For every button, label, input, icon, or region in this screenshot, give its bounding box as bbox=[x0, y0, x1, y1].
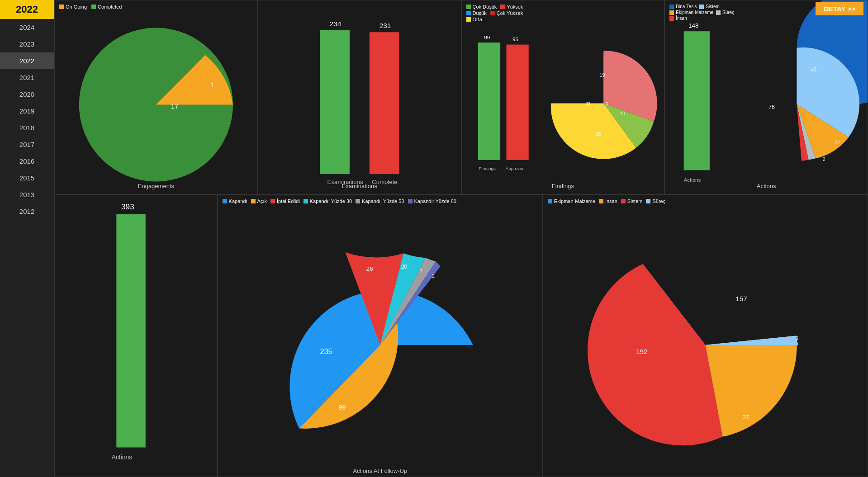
sidebar-item-2013[interactable]: 2013 bbox=[0, 186, 54, 203]
actions-top-xlabel: Actions bbox=[684, 177, 701, 183]
sidebar-item-2020[interactable]: 2020 bbox=[0, 86, 54, 103]
legend-kapandi: Kapandı bbox=[223, 198, 247, 204]
legend-bina-tesis: Bina-Tesis bbox=[669, 4, 697, 9]
exam-pie-235: 235 bbox=[320, 347, 332, 355]
complete-bar bbox=[370, 32, 399, 174]
actions-top-svg: 148 Actions 76 41 27 2 bbox=[665, 0, 868, 194]
top-charts-row: On Going Completed 17 1 Engagements bbox=[54, 0, 868, 194]
legend-orta: Orta bbox=[466, 17, 523, 22]
examinations-bottom-svg: 235 99 26 20 7 2 bbox=[218, 195, 542, 477]
cok-yuksek-label: Çok Yüksek bbox=[497, 10, 523, 16]
legend-ongoing-label: On Going bbox=[66, 4, 87, 9]
actions-pie-2a: 2 bbox=[823, 157, 825, 162]
surec-bottom-label: Süreç bbox=[652, 198, 665, 204]
findings-pie-25: 25 bbox=[595, 131, 601, 137]
followup-ekipman-slice bbox=[588, 264, 723, 446]
legend-kapandi50: Kapandı: Yüzde 50 bbox=[356, 198, 404, 204]
legend-yuksek: Yüksek bbox=[500, 4, 523, 9]
exam-pie-99: 99 bbox=[338, 404, 346, 411]
actions-top-title: Actions bbox=[665, 183, 868, 189]
ekipman-bottom-label: Ekipman-Malzeme bbox=[554, 198, 595, 204]
followup-pie-37: 37 bbox=[742, 414, 749, 420]
insan-bottom-label: İnsan bbox=[605, 198, 617, 204]
acik-label: Açık bbox=[257, 198, 267, 204]
followup-pie-1: 1 bbox=[796, 335, 798, 340]
sidebar-item-2016[interactable]: 2016 bbox=[0, 153, 54, 170]
pie-label-1: 1 bbox=[211, 81, 215, 89]
exam-pie-20: 20 bbox=[401, 264, 407, 270]
examinations-bottom-panel: Kapandı Açık İptal Edildi Kapandı: Yüzde… bbox=[218, 194, 543, 477]
actions-bottom-bar-val: 393 bbox=[121, 202, 134, 211]
legend-cok-yuksek: Çok Yüksek bbox=[490, 10, 523, 16]
legend-surec-top: Süreç bbox=[716, 10, 734, 15]
legend-insan-bottom: İnsan bbox=[599, 198, 617, 204]
sidebar-item-2012[interactable]: 2012 bbox=[0, 203, 54, 220]
sidebar-item-2021[interactable]: 2021 bbox=[0, 69, 54, 86]
sistem-bottom-dot bbox=[621, 199, 626, 203]
orta-label: Orta bbox=[473, 17, 482, 22]
ongoing-dot bbox=[59, 5, 64, 9]
findings-svg: 99 95 Findings Approved 19 bbox=[462, 0, 664, 194]
insan-top-label: İnsan bbox=[676, 16, 687, 21]
followup-legend: Ekipman-Malzeme İnsan Sistem Süreç bbox=[548, 198, 665, 204]
sidebar-item-2017[interactable]: 2017 bbox=[0, 136, 54, 153]
followup-panel: Ekipman-Malzeme İnsan Sistem Süreç bbox=[543, 194, 868, 477]
sidebar-year-title[interactable]: 2022 bbox=[0, 0, 54, 19]
sidebar-item-2018[interactable]: 2018 bbox=[0, 119, 54, 136]
sidebar-item-2019[interactable]: 2019 bbox=[0, 103, 54, 119]
insan-bottom-dot bbox=[599, 199, 603, 203]
actions-bottom-panel: 393 Actions bbox=[54, 194, 218, 477]
legend-dusuk: Düşük bbox=[466, 10, 487, 16]
legend-completed: Completed bbox=[91, 4, 122, 9]
ekipman-dot bbox=[669, 10, 674, 15]
pie-bg bbox=[79, 28, 233, 181]
ekipman-bottom-dot bbox=[548, 199, 552, 203]
cok-dusuk-dot bbox=[466, 5, 471, 9]
findings-title: Findings bbox=[462, 183, 664, 189]
engagements-panel: On Going Completed 17 1 Engagements bbox=[54, 0, 258, 194]
sidebar-item-2015[interactable]: 2015 bbox=[0, 170, 54, 186]
kapandi30-label: Kapandı: Yüzde 30 bbox=[310, 198, 352, 204]
dusuk-dot bbox=[466, 11, 471, 15]
followup-pie-192: 192 bbox=[636, 348, 648, 355]
exam-pie-26: 26 bbox=[366, 265, 373, 272]
kapandi-dot bbox=[223, 199, 227, 203]
surec-top-label: Süreç bbox=[722, 10, 734, 15]
insan-top-dot bbox=[669, 16, 674, 21]
legend-completed-label: Completed bbox=[98, 4, 122, 9]
detay-button[interactable]: DETAY >> bbox=[816, 2, 863, 15]
approved-xlabel: Approved bbox=[505, 166, 524, 171]
exam-pie-2: 2 bbox=[432, 274, 435, 279]
legend-sistem-bottom: Sistem bbox=[621, 198, 643, 204]
findings-panel: Çok Düşük Yüksek Düşük Çok Yüksek bbox=[461, 0, 665, 194]
surec-bottom-dot bbox=[646, 199, 650, 203]
followup-surec-slice bbox=[705, 336, 798, 345]
sidebar-item-2024[interactable]: 2024 bbox=[0, 19, 54, 36]
legend-ongoing: On Going bbox=[59, 4, 87, 9]
kapandi80-dot bbox=[408, 199, 413, 203]
kapandi50-label: Kapandı: Yüzde 50 bbox=[362, 198, 404, 204]
sistem-bottom-label: Sistem bbox=[627, 198, 643, 204]
examinations-panel: 234 231 Examinations Complete Examinatio… bbox=[258, 0, 461, 194]
sidebar-years-list: 2024202320222021202020192018201720162015… bbox=[0, 19, 54, 220]
actions-top-bar-val: 148 bbox=[688, 22, 699, 29]
findings-bar-val: 99 bbox=[484, 34, 490, 40]
findings-pie-0: 0 bbox=[605, 101, 608, 106]
pie-label-17: 17 bbox=[171, 102, 179, 110]
bina-dot bbox=[669, 5, 674, 9]
findings-legend: Çok Düşük Yüksek Düşük Çok Yüksek bbox=[466, 4, 523, 22]
sistem-top-label: Sistem bbox=[706, 4, 720, 9]
sidebar-item-2022[interactable]: 2022 bbox=[0, 52, 54, 69]
main-content: On Going Completed 17 1 Engagements bbox=[54, 0, 868, 477]
actions-top-legend: Bina-Tesis Sistem Ekipman-Malzeme Süreç bbox=[669, 4, 734, 21]
findings-xlabel: Findings bbox=[479, 166, 495, 171]
sistem-top-dot bbox=[699, 5, 704, 9]
kapandi80-label: Kapandı: Yüzde 80 bbox=[414, 198, 456, 204]
sidebar-item-2023[interactable]: 2023 bbox=[0, 36, 54, 52]
approved-bar bbox=[506, 45, 528, 160]
followup-svg: 157 192 37 1 bbox=[543, 195, 868, 477]
cok-yuksek-dot bbox=[490, 11, 495, 15]
kapandi-label: Kapandı bbox=[229, 198, 247, 204]
actions-pie-27: 27 bbox=[835, 140, 840, 145]
findings-pie-10: 10 bbox=[620, 111, 625, 116]
